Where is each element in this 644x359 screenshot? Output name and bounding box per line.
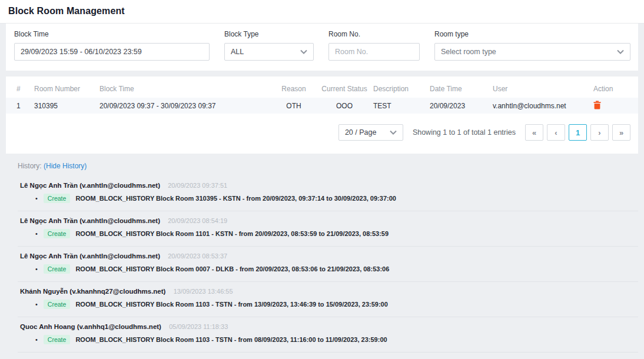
history-user: Lê Ngọc Anh Trần (v.anhtln@cloudhms.net) <box>20 182 160 189</box>
row-block-time: 20/09/2023 09:37 - 30/09/2023 09:37 <box>99 102 272 110</box>
bullet-icon: • <box>35 265 38 272</box>
title-bar: Block Room Management <box>0 0 644 24</box>
col-date-time: Date Time <box>430 85 493 93</box>
filter-room-type: Room type Select room type <box>434 30 630 61</box>
room-no-input[interactable] <box>328 43 420 61</box>
chevron-down-icon <box>390 130 397 135</box>
col-current-status: Current Status <box>316 85 373 93</box>
filter-block-type: Block Type ALL <box>224 30 314 61</box>
history-detail: ROOM_BLOCK_HISTORY Block Room 1103 - TST… <box>75 336 387 343</box>
history-user: Lê Ngọc Anh Trần (v.anhtln@cloudhms.net) <box>20 217 160 224</box>
bullet-icon: • <box>35 230 38 237</box>
block-type-label: Block Type <box>224 30 314 38</box>
row-description: TEST <box>373 102 430 110</box>
pagination-bar: 20 / Page Showing 1 to 1 of total 1 entr… <box>6 114 638 147</box>
filter-panel: Block Time Block Type ALL Room No. Room … <box>6 24 638 71</box>
history-header: History: (Hide History) <box>18 162 638 170</box>
table-row: 1 310395 20/09/2023 09:37 - 30/09/2023 0… <box>6 98 638 114</box>
col-user: User <box>493 85 593 93</box>
delete-row-button[interactable] <box>593 101 601 109</box>
room-type-label: Room type <box>434 30 630 38</box>
block-type-selected-value: ALL <box>231 48 300 56</box>
col-action: Action <box>593 85 638 93</box>
history-detail: ROOM_BLOCK_HISTORY Block Room 310395 - K… <box>75 195 396 202</box>
row-reason: OTH <box>272 102 316 110</box>
pagination-summary: Showing 1 to 1 of total 1 entries <box>413 128 516 137</box>
room-type-select[interactable]: Select room type <box>434 43 630 61</box>
chevron-down-icon <box>617 49 624 54</box>
bullet-icon: • <box>35 301 38 308</box>
page-size-select[interactable]: 20 / Page <box>338 124 403 141</box>
col-reason: Reason <box>272 85 316 93</box>
history-timestamp: 13/09/2023 13:46:55 <box>174 288 233 295</box>
row-index: 1 <box>16 102 34 110</box>
block-room-table-card: # Room Number Block Time Reason Current … <box>6 77 638 154</box>
pagination-buttons: « ‹ 1 › » <box>525 124 630 141</box>
filter-block-time: Block Time <box>14 30 210 61</box>
history-section: History: (Hide History) Lê Ngọc Anh Trần… <box>0 154 644 359</box>
row-date-time: 20/09/2023 <box>430 102 493 110</box>
trash-icon <box>593 101 601 109</box>
history-user: Khánh Nguyễn (v.khanhnq27@cloudhms.net) <box>20 288 165 295</box>
history-entry: Khánh Nguyễn (v.khanhnq27@cloudhms.net) … <box>18 282 638 317</box>
last-page-button[interactable]: » <box>612 124 630 141</box>
hide-history-link[interactable]: (Hide History) <box>44 162 87 170</box>
col-index: # <box>16 85 34 93</box>
history-timestamp: 20/09/2023 09:37:51 <box>168 182 227 189</box>
history-user: Lê Ngọc Anh Trần (v.anhtln@cloudhms.net) <box>20 252 160 260</box>
history-entry: Lê Ngọc Anh Trần (v.anhtln@cloudhms.net)… <box>18 247 638 282</box>
col-description: Description <box>373 85 430 93</box>
col-block-time: Block Time <box>99 85 272 93</box>
table-header-row: # Room Number Block Time Reason Current … <box>6 80 638 98</box>
row-room-number: 310395 <box>34 102 99 110</box>
action-badge: Create <box>44 264 71 274</box>
filter-room-no: Room No. <box>328 30 420 61</box>
bullet-icon: • <box>35 336 38 343</box>
block-type-select[interactable]: ALL <box>224 43 314 61</box>
row-user: v.anhtln@cloudhms.net <box>493 102 593 110</box>
page-1-button[interactable]: 1 <box>569 124 587 141</box>
action-badge: Create <box>44 229 71 238</box>
block-time-range-input[interactable] <box>14 43 210 61</box>
room-no-label: Room No. <box>328 30 420 38</box>
block-time-label: Block Time <box>14 30 210 38</box>
action-badge: Create <box>44 335 71 344</box>
history-detail: ROOM_BLOCK_HISTORY Block Room 1103 - TST… <box>75 301 387 308</box>
chevron-down-icon <box>300 49 307 54</box>
col-room-number: Room Number <box>34 85 99 93</box>
history-user: Quoc Anh Hoang (v.anhhq1@cloudhms.net) <box>20 323 161 330</box>
history-detail: ROOM_BLOCK_HISTORY Block Room 1101 - KST… <box>75 230 389 237</box>
page-size-value: 20 / Page <box>345 128 377 137</box>
room-type-selected-value: Select room type <box>441 48 617 56</box>
history-entry: Quoc Anh Hoang (v.anhhq1@cloudhms.net) 0… <box>18 317 638 353</box>
history-entry: K VV (v.kyvv2@cloudhms.net) 01/09/2023 0… <box>18 353 638 359</box>
action-badge: Create <box>44 194 71 203</box>
page-title: Block Room Management <box>8 6 636 16</box>
prev-page-button[interactable]: ‹ <box>547 124 565 141</box>
history-label: History: <box>18 162 42 170</box>
history-timestamp: 20/09/2023 08:53:37 <box>168 252 227 260</box>
history-timestamp: 05/09/2023 11:18:33 <box>169 323 228 330</box>
history-entry: Lê Ngọc Anh Trần (v.anhtln@cloudhms.net)… <box>18 176 638 211</box>
action-badge: Create <box>44 300 71 309</box>
row-current-status: OOO <box>316 102 373 110</box>
bullet-icon: • <box>35 195 38 202</box>
history-timestamp: 20/09/2023 08:54:19 <box>168 217 227 224</box>
first-page-button[interactable]: « <box>525 124 543 141</box>
next-page-button[interactable]: › <box>590 124 609 141</box>
history-entry: Lê Ngọc Anh Trần (v.anhtln@cloudhms.net)… <box>18 211 638 247</box>
history-detail: ROOM_BLOCK_HISTORY Block Room 0007 - DLK… <box>75 265 389 272</box>
